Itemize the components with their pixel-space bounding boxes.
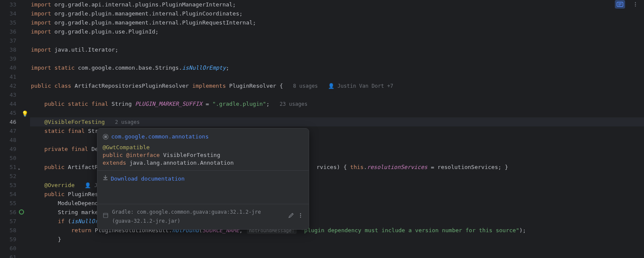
code-line: import org.gradle.plugin.use.PluginId; bbox=[30, 27, 644, 36]
line-number[interactable]: 60 bbox=[0, 244, 16, 253]
line-number[interactable]: 53 bbox=[0, 181, 16, 190]
override-gutter-icon[interactable] bbox=[19, 209, 24, 215]
line-number-gutter: 3334353637383940414243444546474849505152… bbox=[0, 0, 21, 258]
package-icon bbox=[103, 134, 109, 140]
svg-rect-1 bbox=[104, 135, 107, 138]
line-number[interactable]: 35 bbox=[0, 18, 16, 27]
svg-point-3 bbox=[300, 213, 301, 214]
line-number[interactable]: 42 bbox=[0, 81, 16, 90]
download-icon bbox=[103, 174, 108, 183]
code-line bbox=[30, 36, 644, 45]
line-number[interactable]: 57 bbox=[0, 217, 16, 226]
line-number[interactable]: 50 bbox=[0, 154, 16, 163]
code-line: import org.gradle.plugin.management.inte… bbox=[30, 9, 644, 18]
line-number[interactable]: 37 bbox=[0, 36, 16, 45]
line-number[interactable]: 38 bbox=[0, 45, 16, 54]
code-line: } bbox=[30, 235, 644, 244]
svg-point-9 bbox=[635, 6, 636, 6]
usages-hint[interactable]: 2 usages bbox=[115, 119, 140, 125]
line-number[interactable]: 58 bbox=[0, 226, 16, 235]
code-line bbox=[30, 244, 644, 253]
line-number[interactable]: 48 bbox=[0, 135, 16, 144]
line-number[interactable]: 45 bbox=[0, 108, 16, 117]
popup-package-link[interactable]: com.google.common.annotations bbox=[97, 129, 309, 143]
library-icon bbox=[103, 212, 109, 221]
quick-doc-popup[interactable]: com.google.common.annotations @GwtCompat… bbox=[97, 128, 309, 230]
line-number[interactable]: 41 bbox=[0, 72, 16, 81]
svg-point-4 bbox=[300, 215, 301, 215]
line-number[interactable]: 43 bbox=[0, 90, 16, 99]
edit-icon[interactable] bbox=[288, 212, 294, 221]
code-line bbox=[30, 90, 644, 99]
intention-bulb-icon[interactable]: 💡 bbox=[21, 109, 28, 118]
code-line: import org.gradle.plugin.management.inte… bbox=[30, 18, 644, 27]
line-number[interactable]: 54 bbox=[0, 190, 16, 199]
editor-top-right-toolbar bbox=[615, 0, 641, 9]
usages-hint[interactable]: 8 usages bbox=[293, 83, 318, 89]
line-number[interactable]: 36 bbox=[0, 27, 16, 36]
code-line bbox=[30, 108, 644, 117]
code-line: import java.util.Iterator; bbox=[30, 45, 644, 54]
code-line: public static final String PLUGIN_MARKER… bbox=[30, 99, 644, 108]
gutter-icons: 💡 ▸ bbox=[21, 0, 30, 258]
line-number[interactable]: 61 bbox=[0, 253, 16, 258]
code-line bbox=[30, 72, 644, 81]
line-number[interactable]: 34 bbox=[0, 9, 16, 18]
line-number[interactable]: 44 bbox=[0, 99, 16, 108]
download-doc-link[interactable]: Download documentation bbox=[97, 171, 309, 187]
code-line bbox=[30, 54, 644, 63]
line-number[interactable]: 33 bbox=[0, 0, 16, 9]
svg-point-7 bbox=[635, 2, 636, 3]
more-icon[interactable] bbox=[298, 212, 304, 221]
fold-chevron-icon[interactable]: ▸ bbox=[18, 164, 21, 173]
svg-rect-2 bbox=[103, 213, 108, 218]
line-number[interactable]: 40 bbox=[0, 63, 16, 72]
line-number[interactable]: 55 bbox=[0, 199, 16, 208]
usages-hint[interactable]: 23 usages bbox=[279, 101, 307, 107]
code-line: import org.gradle.api.internal.plugins.P… bbox=[30, 0, 644, 9]
line-number[interactable]: 49 bbox=[0, 144, 16, 154]
code-line bbox=[30, 253, 644, 258]
line-number[interactable]: 47 bbox=[0, 126, 16, 135]
code-line: import static com.google.common.base.Str… bbox=[30, 63, 644, 72]
code-line: public class ArtifactRepositoriesPluginR… bbox=[30, 81, 644, 90]
library-source-label: Gradle: com.google.common.guava:guava:32… bbox=[112, 208, 281, 226]
popup-footer: Gradle: com.google.common.guava:guava:32… bbox=[97, 204, 309, 229]
line-number[interactable]: 39 bbox=[0, 54, 16, 63]
line-number[interactable]: 56 bbox=[0, 208, 16, 217]
svg-point-5 bbox=[300, 216, 301, 217]
reader-mode-icon[interactable] bbox=[615, 0, 625, 9]
line-number[interactable]: 46 bbox=[0, 117, 16, 126]
line-number[interactable]: 51 bbox=[0, 163, 16, 172]
code-line-active: @VisibleForTesting 2 usages bbox=[30, 117, 644, 126]
popup-declaration: @GwtCompatible public @interface Visible… bbox=[97, 143, 309, 170]
line-number[interactable]: 59 bbox=[0, 235, 16, 244]
code-editor[interactable]: 3334353637383940414243444546474849505152… bbox=[0, 0, 644, 258]
author-hint[interactable]: 👤 Justin Van Dort +7 bbox=[328, 83, 393, 89]
more-editor-icon[interactable] bbox=[630, 0, 641, 9]
svg-point-8 bbox=[635, 4, 636, 5]
package-link[interactable]: com.google.common.annotations bbox=[111, 132, 209, 141]
line-number[interactable]: 52 bbox=[0, 172, 16, 181]
